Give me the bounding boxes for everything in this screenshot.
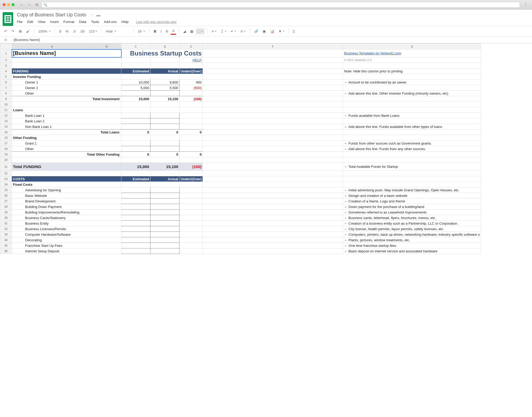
cell-title[interactable]: Business Startup Costs bbox=[121, 49, 203, 57]
reload-button[interactable]: ⟲ bbox=[34, 3, 39, 7]
cell-cost-note[interactable]: ← Business cards, letterhead, flyers, br… bbox=[343, 215, 481, 221]
cell-cost-label[interactable]: Building Down Payment bbox=[12, 204, 121, 210]
row-header[interactable]: 24 bbox=[0, 182, 12, 187]
cell-business-name[interactable]: [Business Name] bbox=[12, 49, 121, 57]
menu-addons[interactable]: Add-ons bbox=[104, 20, 117, 24]
cell-copyright[interactable]: © 2011 Vertex42 LLC bbox=[343, 57, 481, 63]
horizontal-align-icon[interactable]: ≡ bbox=[210, 28, 218, 34]
cell-cost-note[interactable]: ← Down payment for the purchase of a bui… bbox=[343, 204, 481, 210]
menu-data[interactable]: Data bbox=[79, 20, 86, 24]
cell-cost-label[interactable]: Business Cards/Stationery bbox=[12, 215, 121, 221]
cell-cost-label[interactable]: Decorating bbox=[12, 237, 121, 243]
row-header[interactable]: 15 bbox=[0, 129, 12, 135]
browser-menu[interactable]: ⋮ bbox=[522, 2, 529, 7]
row-header[interactable]: 36 bbox=[0, 248, 12, 254]
row-header[interactable]: 2 bbox=[0, 57, 12, 63]
row-header[interactable]: 34 bbox=[0, 237, 12, 243]
row-header[interactable]: 22 bbox=[0, 171, 12, 176]
url-bar[interactable]: 🔍 bbox=[42, 2, 520, 8]
font-select[interactable]: Arial bbox=[104, 29, 131, 34]
row-header[interactable]: 17 bbox=[0, 141, 12, 146]
row-header[interactable]: 19 bbox=[0, 152, 12, 157]
cell-cost-label[interactable]: Building Improvements/Remodeling bbox=[12, 210, 121, 215]
vertical-align-icon[interactable]: ⭥ bbox=[219, 28, 228, 34]
currency-icon[interactable]: $ bbox=[58, 28, 63, 34]
row-header[interactable]: 13 bbox=[0, 118, 12, 124]
zoom-select[interactable]: 100% bbox=[37, 29, 52, 34]
col-header-d[interactable]: D bbox=[150, 44, 180, 49]
maximize-window[interactable] bbox=[12, 3, 15, 6]
row-header[interactable]: 1 bbox=[0, 49, 12, 57]
cell-cost-label[interactable]: Advertising for Opening bbox=[12, 187, 121, 193]
row-header[interactable]: 5 bbox=[0, 74, 12, 80]
cell-cost-note[interactable]: ← Basic deposit on internet service and … bbox=[343, 248, 481, 254]
menu-tools[interactable]: Tools bbox=[91, 20, 99, 24]
row-header[interactable]: 14 bbox=[0, 124, 12, 129]
row-header[interactable]: 33 bbox=[0, 232, 12, 237]
cell-note-hide[interactable]: Note: Hide this column prior to printing bbox=[343, 68, 481, 74]
menu-insert[interactable]: Insert bbox=[50, 20, 59, 24]
cell-funding-header[interactable]: FUNDING bbox=[12, 68, 121, 74]
row-header[interactable]: 30 bbox=[0, 215, 12, 221]
col-header-c[interactable]: C bbox=[121, 44, 150, 49]
menu-view[interactable]: View bbox=[38, 20, 45, 24]
col-header-a[interactable]: A bbox=[12, 44, 92, 49]
strikethrough-button[interactable]: S bbox=[164, 28, 170, 34]
cell-investor-funding[interactable]: Investor Funding bbox=[12, 74, 121, 80]
row-header[interactable]: 28 bbox=[0, 204, 12, 210]
menu-format[interactable]: Format bbox=[63, 20, 74, 24]
font-size-select[interactable]: 16 bbox=[136, 29, 147, 34]
decrease-decimal-icon[interactable]: .0 bbox=[71, 28, 77, 34]
cell-cost-note[interactable]: ← Plants, pictures, window treatments, e… bbox=[343, 237, 481, 243]
row-header[interactable]: 16 bbox=[0, 135, 12, 141]
cell-cost-note[interactable]: ← Computers, printers, back up drives, n… bbox=[343, 232, 481, 237]
back-button[interactable]: ← bbox=[19, 2, 25, 7]
cell-cost-label[interactable]: Brand Development bbox=[12, 198, 121, 204]
row-header[interactable]: 6 bbox=[0, 80, 12, 85]
row-header[interactable]: 9 bbox=[0, 96, 12, 102]
cell-help-link[interactable]: HELP bbox=[180, 57, 203, 63]
merge-cells-icon[interactable]: ⬚ bbox=[196, 28, 205, 34]
row-header[interactable]: 26 bbox=[0, 193, 12, 198]
col-header-f[interactable]: F bbox=[203, 44, 343, 49]
row-header[interactable]: 10 bbox=[0, 102, 12, 107]
row-header[interactable]: 23 bbox=[0, 176, 12, 182]
row-header[interactable]: 7 bbox=[0, 85, 12, 91]
percent-icon[interactable]: % bbox=[64, 28, 70, 34]
row-header[interactable]: 4 bbox=[0, 68, 12, 74]
print-icon[interactable]: 🖶 bbox=[17, 28, 24, 34]
bold-button[interactable]: B bbox=[152, 28, 158, 34]
close-window[interactable] bbox=[3, 3, 6, 6]
row-header[interactable]: 8 bbox=[0, 91, 12, 96]
cell-cost-note[interactable]: ← Sometimes referred to as Leasehold Imp… bbox=[343, 210, 481, 215]
col-header-e[interactable]: E bbox=[180, 44, 203, 49]
doc-title[interactable]: Copy of Business Start Up Costs bbox=[16, 12, 87, 18]
fill-color-icon[interactable]: ◢ bbox=[182, 28, 187, 34]
row-header[interactable]: 18 bbox=[0, 146, 12, 152]
folder-icon[interactable]: ▬ bbox=[96, 13, 100, 17]
spreadsheet-grid[interactable]: A B C D E F G 1 [Business Name] Business… bbox=[0, 43, 532, 254]
redo-icon[interactable]: ↷ bbox=[10, 28, 16, 34]
cell-cost-label[interactable]: Business Licenses/Permits bbox=[12, 226, 121, 232]
cell-cost-label[interactable]: Franchise Start Up Fees bbox=[12, 243, 121, 248]
sheets-logo-icon[interactable] bbox=[3, 12, 13, 26]
cell-cost-note[interactable]: ← City license, health permits, liquor p… bbox=[343, 226, 481, 232]
insert-link-icon[interactable]: 🔗 bbox=[253, 28, 260, 34]
more-formats-icon[interactable]: 123 bbox=[87, 28, 99, 34]
last-edit-link[interactable]: Last edit was seconds ago bbox=[136, 20, 176, 24]
cell-cost-note[interactable]: ← One time franchise startup fees bbox=[343, 243, 481, 248]
minimize-window[interactable] bbox=[7, 3, 10, 6]
cell-cost-note[interactable]: ← Initial advertising push. May include … bbox=[343, 187, 481, 193]
paint-format-icon[interactable]: 🖌 bbox=[25, 28, 31, 34]
row-header[interactable]: 29 bbox=[0, 210, 12, 215]
italic-button[interactable]: I bbox=[159, 28, 163, 34]
borders-icon[interactable]: ▦ bbox=[189, 28, 195, 34]
col-header-b[interactable]: B bbox=[92, 44, 121, 49]
insert-comment-icon[interactable]: ▣ bbox=[261, 28, 267, 34]
formula-input[interactable]: [Business Name] bbox=[12, 38, 532, 42]
cell-cost-label[interactable]: Internet Setup Deposit bbox=[12, 248, 121, 254]
star-icon[interactable]: ☆ bbox=[90, 12, 94, 17]
cell-cost-label[interactable]: Basic Website bbox=[12, 193, 121, 198]
menu-file[interactable]: File bbox=[17, 20, 22, 24]
cell-cost-note[interactable]: ← Creation of a business entity such as … bbox=[343, 221, 481, 226]
